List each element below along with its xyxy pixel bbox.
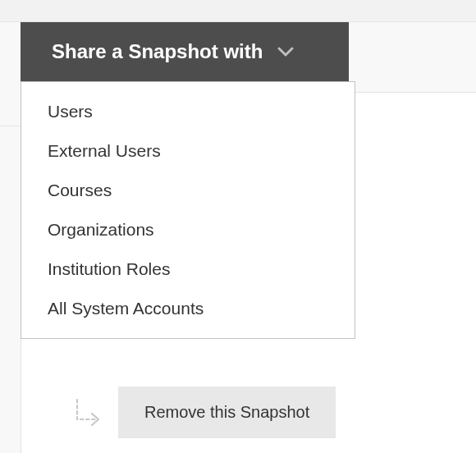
remove-row: Remove this Snapshot (74, 387, 336, 438)
menu-item-external-users[interactable]: External Users (21, 131, 355, 171)
menu-item-courses[interactable]: Courses (21, 171, 355, 210)
share-dropdown-label: Share a Snapshot with (52, 40, 263, 63)
share-dropdown: Share a Snapshot with Users External Use… (21, 22, 355, 339)
share-dropdown-menu: Users External Users Courses Organizatio… (21, 81, 355, 339)
menu-item-organizations[interactable]: Organizations (21, 210, 355, 249)
share-dropdown-button[interactable]: Share a Snapshot with (21, 22, 349, 81)
remove-snapshot-button[interactable]: Remove this Snapshot (118, 387, 336, 438)
chevron-down-icon (277, 47, 294, 57)
top-toolbar-spacer (0, 0, 476, 22)
menu-item-users[interactable]: Users (21, 92, 355, 131)
indent-arrow-icon (74, 396, 103, 429)
menu-item-all-system-accounts[interactable]: All System Accounts (21, 289, 355, 328)
menu-item-institution-roles[interactable]: Institution Roles (21, 249, 355, 289)
